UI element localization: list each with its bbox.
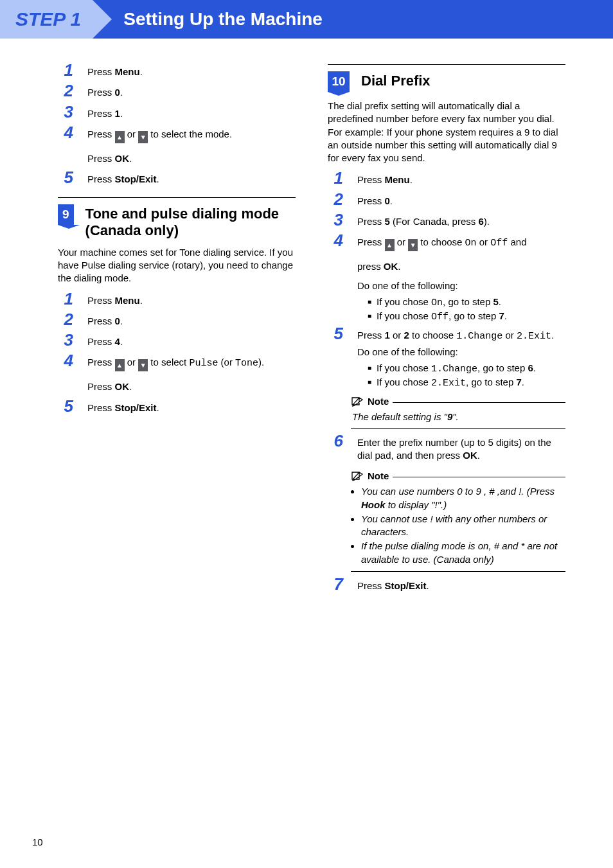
t: 2.Exit — [517, 331, 551, 342]
t: 6 — [528, 362, 533, 373]
t: ". — [452, 411, 459, 422]
t: 6 — [478, 216, 483, 227]
step-c6: 6 Enter the prefix number (up to 5 digit… — [328, 435, 565, 465]
t: . — [504, 310, 507, 321]
t: . — [120, 336, 123, 347]
step-c2: 2 Press 0. — [328, 193, 565, 210]
t: . — [499, 296, 501, 307]
t: 7 — [516, 376, 521, 387]
step-number: 1 — [58, 290, 73, 310]
chevron-right-icon — [93, 0, 112, 39]
t: Off — [490, 238, 508, 249]
t: Off — [431, 312, 449, 323]
t: to display "!".) — [386, 499, 447, 510]
step-number: 5 — [328, 325, 343, 390]
t: The default setting is " — [352, 411, 447, 422]
step-bold: Menu — [115, 66, 140, 77]
t: . — [157, 173, 159, 184]
right-column: 10 Dial Prefix The dial prefix setting w… — [328, 64, 565, 599]
t: Stop/Exit — [385, 580, 427, 591]
t: to choose — [418, 236, 465, 247]
t: ). — [484, 216, 490, 227]
step-number: 7 — [328, 576, 343, 595]
t: Press — [357, 195, 385, 206]
down-key-icon: ▼ — [138, 359, 148, 371]
step-number: 1 — [328, 170, 343, 189]
step-2: 2 Press 0. — [58, 85, 296, 102]
step-c7: 7 Press Stop/Exit. — [328, 578, 565, 595]
list-item: If you chose Off, go to step 7. — [368, 310, 565, 324]
t: . — [533, 362, 536, 373]
step-number: 4 — [58, 124, 73, 168]
t: (or — [218, 357, 235, 368]
t: Press — [87, 128, 115, 139]
t: Press — [357, 174, 385, 185]
t: Press — [87, 295, 115, 306]
section-9-intro: Your machine comes set for Tone dialing … — [58, 246, 296, 285]
step-text: Press — [87, 66, 115, 77]
step-b5: 5 Press Stop/Exit. — [58, 400, 296, 417]
t: OK — [463, 450, 477, 461]
section-title: Tone and pulse dialing mode (Canada only… — [85, 204, 296, 238]
t: OK — [115, 153, 130, 164]
page-number: 10 — [32, 836, 43, 849]
t: . — [522, 376, 524, 387]
step-5: 5 Press Stop/Exit. — [58, 172, 296, 188]
t: Press — [357, 216, 385, 227]
step-1: 1 Press Menu. — [58, 64, 296, 81]
step-number: 6 — [328, 432, 343, 465]
pencil-note-icon — [351, 396, 364, 407]
list-item: You cannot use ! with any other numbers … — [361, 513, 564, 539]
note-label: Note — [368, 470, 389, 483]
t: 5 — [385, 216, 390, 227]
page-title: Setting Up the Machine — [112, 0, 613, 39]
t: Menu — [115, 295, 140, 306]
left-column: 1 Press Menu. 2 Press 0. 3 Press 1. 4 Pr… — [58, 64, 296, 599]
t: 2.Exit — [431, 378, 466, 389]
step-text: Press — [87, 87, 115, 98]
t: Pulse — [189, 358, 218, 369]
t: or — [125, 357, 139, 368]
t: and — [508, 236, 526, 247]
step-number: 5 — [58, 169, 73, 188]
step-3: 3 Press 1. — [58, 106, 296, 123]
t: Stop/Exit — [115, 173, 157, 184]
note-box-2: Note You can use numbers 0 to 9 , # ,and… — [351, 470, 565, 572]
t: or — [390, 330, 404, 341]
t: 9 — [447, 411, 452, 422]
step-number: 3 — [58, 332, 73, 351]
t: . — [551, 330, 554, 341]
up-key-icon: ▲ — [385, 239, 395, 251]
t: You can use numbers 0 to 9 , # ,and !. (… — [361, 486, 555, 497]
step-bold: 0 — [115, 87, 120, 98]
t: 1.Change — [431, 364, 477, 375]
t: . — [140, 295, 143, 306]
step-label: STEP 1 — [0, 0, 93, 39]
t: Press — [87, 357, 115, 368]
t: Press — [87, 336, 115, 347]
t: ). — [258, 357, 264, 368]
t: 4 — [115, 336, 120, 347]
t: . — [398, 261, 400, 272]
step-c3: 3 Press 5 (For Canada, press 6). — [328, 214, 565, 231]
t: . — [129, 153, 132, 164]
step-after: . — [120, 108, 123, 119]
step-number: 2 — [58, 311, 73, 330]
step-4: 4 Press ▲ or ▼ to select the mode. Press… — [58, 127, 296, 168]
t: . — [157, 402, 159, 413]
list-item: You can use numbers 0 to 9 , # ,and !. (… — [361, 485, 564, 511]
t: On — [465, 238, 477, 249]
t: . — [120, 315, 123, 326]
t: . — [410, 174, 413, 185]
t: Press — [87, 153, 115, 164]
step-c4: 4 Press ▲ or ▼ to choose On or Off and p… — [328, 235, 565, 324]
t: Tone — [235, 358, 258, 369]
t: OK — [115, 381, 130, 392]
step-number: 2 — [58, 82, 73, 102]
step-number: 3 — [328, 211, 343, 231]
step-number: 4 — [328, 232, 343, 324]
step-number: 5 — [58, 398, 73, 417]
pencil-note-icon — [351, 471, 364, 481]
t: Enter the prefix number (up to 5 digits)… — [357, 437, 551, 461]
step-after: . — [140, 66, 143, 77]
